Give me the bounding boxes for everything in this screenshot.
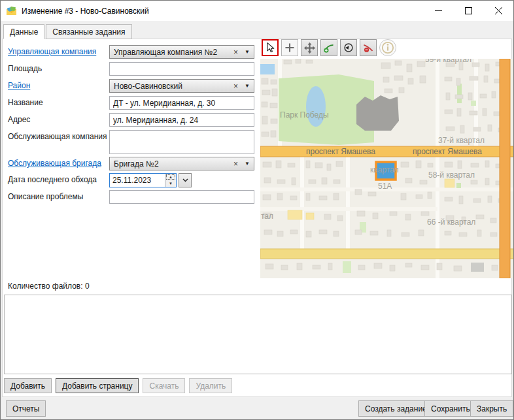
select-tool[interactable] [262, 39, 279, 56]
date-dropdown-button[interactable] [179, 173, 192, 187]
label-problem-description: Описание проблемы [8, 192, 107, 201]
close-icon [495, 7, 502, 14]
rotate-tool[interactable] [340, 39, 357, 56]
move-icon [303, 42, 316, 54]
management-company-combobox[interactable]: Управляющая компания №2 × ▼ [109, 45, 254, 59]
map-label-58-kvartal: 58-й квартал [428, 170, 475, 180]
tab-data[interactable]: Данные [3, 24, 44, 39]
cursor-icon [264, 42, 276, 54]
clear-icon[interactable]: × [233, 82, 238, 91]
close-window-button[interactable]: Закрыть [470, 400, 513, 417]
map-label-prospekt-yamasheva-left: проспект Ямашева [306, 147, 375, 156]
chevron-down-icon[interactable]: ▼ [245, 161, 250, 167]
clear-icon[interactable]: × [233, 159, 238, 169]
download-file-button: Скачать [143, 378, 185, 393]
chevron-down-icon [182, 178, 188, 182]
name-field[interactable] [109, 96, 254, 110]
map-toolbar [262, 39, 396, 56]
map-label-tal: тал [261, 212, 273, 221]
tab-page-data: Управляющая компания Площадь Район Назва… [2, 39, 512, 397]
map-label-37-kvartal: 37-й квартал [438, 136, 485, 145]
problem-description-field[interactable] [109, 190, 254, 204]
window: Изменение #3 - Ново-Савиновский Данные С… [0, 0, 514, 420]
add-page-button[interactable]: Добавить страницу [56, 378, 139, 393]
chevron-down-icon[interactable]: ▼ [245, 83, 250, 89]
add-point-tool[interactable] [281, 39, 298, 56]
file-list[interactable] [4, 295, 512, 374]
label-service-company: Обслуживающая компания [8, 132, 107, 141]
label-management-company[interactable]: Управляющая компания [8, 47, 107, 56]
label-service-brigade[interactable]: Обслуживающая бригада [8, 159, 107, 168]
info-tool [379, 39, 396, 56]
label-district[interactable]: Район [8, 81, 107, 90]
tabstrip: Данные Связанные задания [3, 24, 133, 39]
reports-button[interactable]: Отчеты [6, 400, 46, 417]
file-buttons: Добавить Добавить страницу Скачать Удали… [4, 378, 232, 393]
add-vertex-icon [323, 42, 335, 54]
last-inspection-date-field[interactable]: 25.11.2023 ▲ ▼ [109, 173, 177, 187]
remove-vertex-tool[interactable] [360, 39, 377, 56]
label-last-inspection-date: Дата последнего обхода [8, 175, 107, 184]
district-combobox[interactable]: Ново-Савиновский × ▼ [109, 79, 254, 93]
window-controls [423, 1, 513, 21]
service-brigade-combobox[interactable]: Бригада №2 × ▼ [109, 157, 254, 170]
address-field[interactable] [109, 113, 254, 127]
remove-vertex-icon [362, 42, 374, 54]
label-address: Адрес [8, 115, 107, 124]
plus-icon [284, 42, 296, 54]
map[interactable]: 59-й квартал 37-й квартал Парк Победы пр… [260, 59, 514, 278]
close-button[interactable] [483, 1, 513, 21]
map-label-51a: 51А [378, 182, 392, 191]
map-label-park-pobedy: Парк Победы [280, 110, 329, 120]
maximize-button[interactable] [453, 1, 483, 21]
label-area: Площадь [8, 64, 107, 73]
clear-icon[interactable]: × [233, 48, 238, 57]
map-label-66-kvartal: 66 -й квартал [427, 218, 475, 227]
add-file-button[interactable]: Добавить [4, 378, 52, 393]
spin-up-button[interactable]: ▲ [165, 174, 176, 180]
label-name: Название [8, 98, 107, 107]
spin-down-button[interactable]: ▼ [165, 180, 176, 187]
tab-related-tasks[interactable]: Связанные задания [46, 24, 131, 39]
app-icon [6, 6, 17, 16]
maximize-icon [465, 7, 472, 14]
info-icon [381, 41, 394, 54]
chevron-down-icon[interactable]: ▼ [245, 49, 250, 55]
area-field[interactable] [109, 62, 254, 76]
minimize-icon [435, 7, 442, 14]
files-count-label: Количество файлов: 0 [8, 282, 90, 291]
add-vertex-tool[interactable] [320, 39, 337, 56]
titlebar: Изменение #3 - Ново-Савиновский [1, 1, 513, 21]
move-tool[interactable] [301, 39, 318, 56]
rotate-icon [343, 42, 354, 54]
delete-file-button: Удалить [189, 378, 232, 393]
map-label-prospekt-yamasheva-right: проспект Ямашева [413, 147, 482, 156]
create-task-button[interactable]: Создать задание [358, 400, 434, 417]
service-company-field[interactable] [109, 130, 254, 154]
map-label-kvartal: квартал [370, 165, 399, 174]
minimize-button[interactable] [423, 1, 453, 21]
save-button[interactable]: Сохранить [424, 400, 477, 417]
map-label-59-kvartal: 59-й квартал [425, 59, 471, 64]
date-spinner: ▲ ▼ [165, 174, 176, 187]
window-title: Изменение #3 - Ново-Савиновский [22, 7, 149, 16]
